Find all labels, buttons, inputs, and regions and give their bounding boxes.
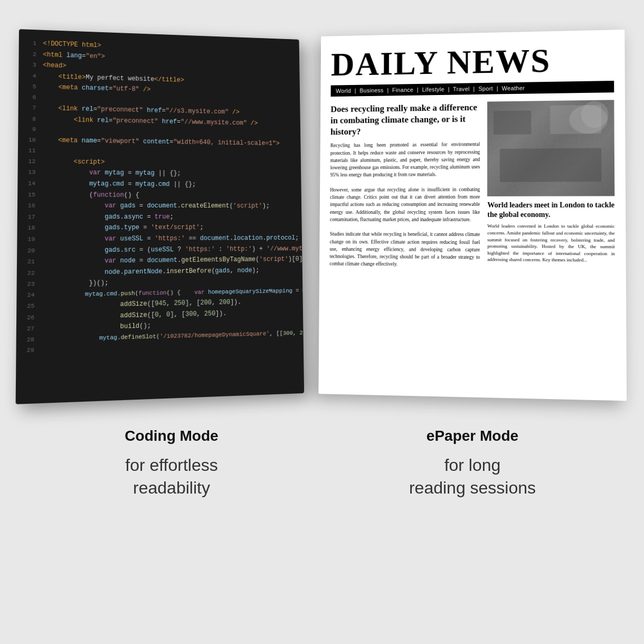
line-num: 28: [21, 335, 34, 345]
code-text: gads.type = 'text/script';: [42, 223, 204, 233]
epaper-mode-title: ePaper Mode: [427, 428, 518, 444]
nav-separator: |: [473, 86, 475, 92]
line-num: 21: [21, 258, 35, 267]
line-num: 13: [22, 168, 35, 177]
side-article-body: World leaders convened in London to tack…: [487, 223, 615, 263]
main-article-headline: Does recycling really make a difference …: [330, 102, 480, 138]
line-num: 9: [23, 125, 36, 135]
epaper-mode-col: ePaper Mode for longreading sessions: [322, 417, 623, 623]
side-article: World leaders meet in London to tackle t…: [487, 100, 615, 269]
side-image-inner: [487, 100, 614, 196]
line-num: 1: [23, 39, 36, 48]
line-num: 2: [23, 50, 36, 59]
code-panel: 1<!DOCTYPE html> 2<html lang="en"> 3<hea…: [16, 29, 305, 404]
line-num: 26: [21, 313, 35, 323]
line-num: 6: [23, 93, 36, 102]
nav-item-business[interactable]: Business: [359, 87, 384, 93]
code-text: mytag.cmd = mytag.cmd || {};: [42, 179, 196, 190]
code-text: <html lang="en">: [43, 50, 105, 61]
bottom-section: Coding Mode for effortlessreadability eP…: [0, 412, 644, 644]
line-num: 5: [23, 82, 36, 92]
nav-item-travel[interactable]: Travel: [453, 86, 470, 92]
newspaper-panel: DAILY NEWS World | Business | Finance | …: [318, 30, 627, 401]
top-section: 1<!DOCTYPE html> 2<html lang="en"> 3<hea…: [0, 0, 644, 412]
svg-rect-4: [500, 148, 602, 182]
line-num: 23: [21, 280, 35, 289]
code-text: (function() {: [42, 190, 139, 201]
side-article-headline: World leaders meet in London to tackle t…: [487, 201, 614, 220]
nav-item-finance[interactable]: Finance: [392, 87, 413, 93]
nav-separator: |: [387, 87, 389, 93]
line-num: 25: [21, 301, 35, 311]
code-text: var mytag = mytag || {};: [42, 168, 181, 179]
nav-separator: |: [355, 88, 356, 94]
line-num: 27: [21, 324, 34, 334]
newspaper-content: Does recycling really make a difference …: [329, 100, 615, 269]
coding-mode-col: Coding Mode for effortlessreadability: [21, 417, 322, 623]
newspaper-nav: World | Business | Finance | Lifestyle |…: [331, 81, 614, 97]
nav-separator: |: [448, 86, 450, 92]
line-num: 8: [23, 115, 36, 124]
nav-separator: |: [417, 87, 419, 93]
line-num: 19: [22, 235, 35, 244]
line-num: 12: [22, 157, 35, 166]
code-text: <head>: [43, 61, 67, 71]
line-num: 4: [23, 71, 36, 81]
line-num: 15: [22, 191, 35, 200]
line-num: 24: [21, 291, 35, 300]
line-num: 18: [22, 224, 35, 233]
line-num: 22: [21, 269, 35, 278]
code-text: <script>: [42, 157, 105, 167]
line-num: 16: [22, 202, 35, 211]
svg-rect-1: [494, 110, 531, 135]
nav-separator: |: [497, 85, 498, 91]
code-text: gads.async = true;: [42, 212, 174, 222]
main-article-body: Recycling has long been promoted as esse…: [329, 141, 480, 269]
code-text: var useSSL = 'https:' == document.locati…: [42, 233, 299, 244]
nav-item-sport[interactable]: Sport: [478, 86, 493, 92]
code-text: var gads = document.createElement('scrip…: [42, 201, 270, 211]
nav-item-weather[interactable]: Weather: [502, 85, 525, 92]
line-num: 11: [22, 146, 35, 156]
line-num: 7: [23, 103, 36, 113]
nav-item-lifestyle[interactable]: Lifestyle: [422, 86, 444, 92]
line-num: 3: [23, 61, 36, 70]
code-text: })();: [41, 278, 108, 289]
newspaper-title: DAILY NEWS: [331, 43, 614, 81]
coding-mode-subtitle: for effortlessreadability: [125, 454, 217, 499]
coding-mode-title: Coding Mode: [125, 428, 218, 444]
line-num: 14: [22, 179, 35, 188]
epaper-mode-subtitle: for longreading sessions: [409, 454, 536, 499]
code-text: <!DOCTYPE html>: [43, 39, 101, 51]
line-num: 10: [22, 136, 35, 145]
side-image: [487, 100, 614, 196]
line-num: 17: [22, 213, 35, 222]
nav-item-world[interactable]: World: [336, 88, 351, 94]
line-num: 20: [22, 246, 35, 255]
line-num: 29: [21, 346, 34, 356]
main-article: Does recycling really make a difference …: [329, 102, 480, 269]
